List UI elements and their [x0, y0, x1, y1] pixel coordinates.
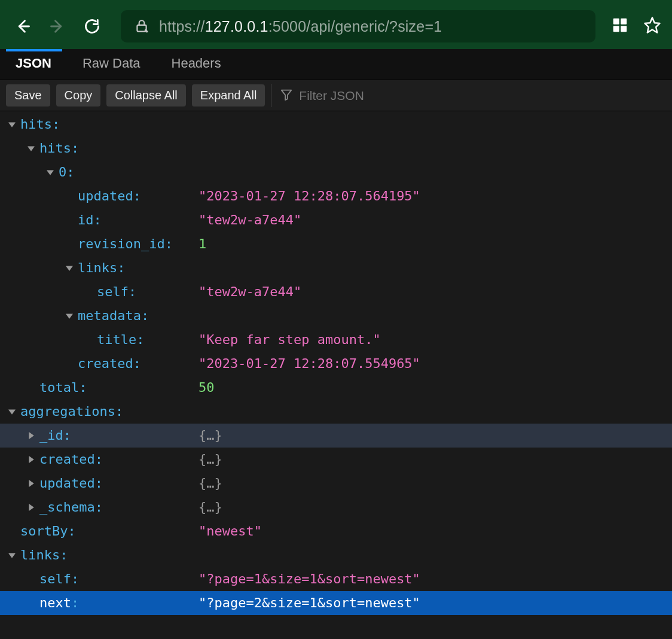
json-key: self	[39, 567, 71, 591]
svg-point-3	[146, 31, 147, 32]
json-value: "?page=2&size=1&sort=newest"	[198, 591, 420, 615]
json-key: revision_id	[78, 232, 165, 256]
viewer-tabs: JSON Raw Data Headers	[0, 49, 672, 80]
svg-marker-18	[29, 480, 33, 487]
json-key: _id	[39, 424, 63, 448]
json-key: total	[39, 376, 79, 400]
chevron-down-icon[interactable]	[26, 144, 36, 153]
svg-marker-14	[66, 314, 73, 318]
url-text: https://127.0.0.1:5000/api/generic/?size…	[159, 18, 442, 35]
json-key: aggregations	[20, 400, 115, 424]
json-row-toplinks-self[interactable]: self: "?page=1&size=1&sort=newest"	[0, 567, 672, 591]
json-row-toplinks-next[interactable]: next: "?page=2&size=1&sort=newest"	[0, 591, 672, 615]
json-row-hits[interactable]: hits:	[0, 112, 672, 136]
chevron-down-icon[interactable]	[45, 168, 55, 177]
chrome-right-icons	[611, 16, 661, 36]
json-key: 0	[59, 160, 66, 184]
chevron-down-icon[interactable]	[7, 120, 17, 129]
json-row-created[interactable]: created: "2023-01-27 12:28:07.554965"	[0, 352, 672, 376]
json-value-collapsed: {…}	[198, 471, 222, 495]
svg-marker-16	[29, 432, 33, 439]
json-row-agg-id[interactable]: _id: {…}	[0, 424, 672, 448]
json-key: created	[39, 448, 95, 471]
copy-button[interactable]: Copy	[56, 84, 101, 106]
forward-button[interactable]	[45, 14, 69, 38]
json-row-title[interactable]: title: "Keep far step amount."	[0, 328, 672, 352]
json-key: created	[78, 352, 133, 376]
chevron-right-icon[interactable]	[26, 503, 36, 512]
json-row-agg-updated[interactable]: updated: {…}	[0, 471, 672, 495]
expand-all-button[interactable]: Expand All	[192, 84, 265, 106]
svg-marker-10	[8, 122, 16, 127]
json-key: links	[20, 543, 60, 567]
filter-input[interactable]	[299, 89, 666, 103]
json-row-links[interactable]: links:	[0, 256, 672, 280]
json-row-links-self[interactable]: self: "tew2w-a7e44"	[0, 280, 672, 304]
json-row-idx0[interactable]: 0:	[0, 160, 672, 184]
json-key: id	[78, 208, 94, 232]
json-value: 1	[198, 232, 206, 256]
svg-marker-9	[282, 90, 292, 100]
json-row-agg-schema[interactable]: _schema: {…}	[0, 495, 672, 519]
url-prefix: https://	[159, 18, 205, 35]
svg-marker-19	[29, 504, 33, 511]
url-path: :5000/api/generic/?size=1	[268, 18, 442, 35]
json-key: metadata	[78, 304, 141, 328]
chevron-right-icon[interactable]	[26, 431, 36, 440]
back-button[interactable]	[11, 14, 35, 38]
json-row-revision[interactable]: revision_id: 1	[0, 232, 672, 256]
json-toolbar: Save Copy Collapse All Expand All	[0, 80, 672, 111]
grid-icon[interactable]	[611, 16, 629, 36]
json-key: hits	[20, 112, 52, 136]
chevron-down-icon[interactable]	[7, 407, 17, 416]
svg-rect-5	[621, 19, 627, 25]
json-row-id[interactable]: id: "tew2w-a7e44"	[0, 208, 672, 232]
json-key: sortBy	[20, 519, 68, 543]
json-tree: hits: hits: 0: updated: "2023-01-27 12:2…	[0, 111, 672, 615]
json-value: 50	[198, 376, 215, 400]
json-row-metadata[interactable]: metadata:	[0, 304, 672, 328]
chevron-down-icon[interactable]	[65, 311, 74, 321]
svg-marker-12	[47, 170, 54, 175]
json-key: self	[97, 280, 129, 304]
json-value: "tew2w-a7e44"	[198, 280, 301, 304]
json-value: "2023-01-27 12:28:07.564195"	[198, 184, 420, 208]
star-icon[interactable]	[643, 16, 661, 36]
lock-warning-icon	[134, 19, 149, 34]
filter-icon	[280, 88, 293, 104]
browser-chrome: https://127.0.0.1:5000/api/generic/?size…	[0, 0, 672, 49]
json-value: "newest"	[198, 519, 262, 543]
json-row-hits-hits[interactable]: hits:	[0, 136, 672, 160]
chevron-right-icon[interactable]	[26, 479, 36, 488]
json-key: _schema	[39, 495, 95, 519]
chevron-down-icon[interactable]	[65, 263, 74, 273]
json-key: next	[39, 591, 71, 615]
json-row-updated[interactable]: updated: "2023-01-27 12:28:07.564195"	[0, 184, 672, 208]
json-row-sortby[interactable]: sortBy: "newest"	[0, 519, 672, 543]
collapse-all-button[interactable]: Collapse All	[106, 84, 186, 106]
tab-json[interactable]: JSON	[0, 47, 67, 80]
json-value-collapsed: {…}	[198, 448, 222, 471]
tab-raw-data[interactable]: Raw Data	[67, 47, 156, 80]
svg-marker-13	[66, 266, 73, 270]
tab-headers[interactable]: Headers	[156, 47, 237, 80]
save-button[interactable]: Save	[6, 84, 50, 106]
reload-button[interactable]	[80, 14, 104, 38]
chevron-right-icon[interactable]	[26, 455, 36, 464]
json-key: updated	[78, 184, 133, 208]
json-key: hits	[39, 136, 71, 160]
url-bar[interactable]: https://127.0.0.1:5000/api/generic/?size…	[121, 10, 595, 42]
json-value-collapsed: {…}	[198, 495, 222, 519]
svg-rect-4	[613, 19, 619, 25]
json-value: "Keep far step amount."	[198, 328, 381, 352]
json-row-total[interactable]: total: 50	[0, 376, 672, 400]
svg-marker-15	[8, 409, 16, 414]
json-value: "?page=1&size=1&sort=newest"	[198, 567, 420, 591]
chevron-down-icon[interactable]	[7, 550, 17, 560]
svg-marker-20	[8, 553, 16, 558]
json-row-agg-created[interactable]: created: {…}	[0, 448, 672, 471]
json-row-toplinks[interactable]: links:	[0, 543, 672, 567]
json-value: "tew2w-a7e44"	[198, 208, 301, 232]
json-row-aggregations[interactable]: aggregations:	[0, 400, 672, 424]
svg-marker-8	[645, 18, 660, 33]
